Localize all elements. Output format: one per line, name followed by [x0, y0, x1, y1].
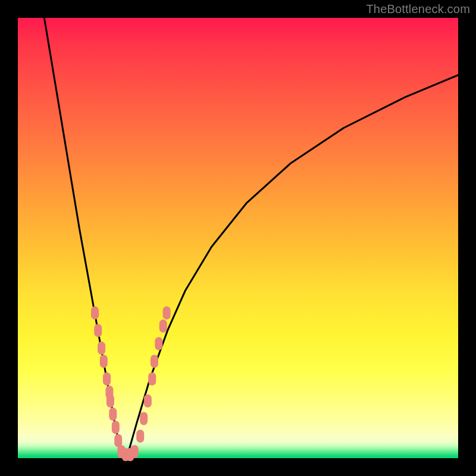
- datapoint-marker: [109, 408, 117, 421]
- datapoint-marker: [159, 320, 167, 333]
- chart-stage: TheBottleneck.com: [0, 0, 476, 476]
- datapoint-marker: [163, 306, 171, 320]
- datapoint-marker: [131, 445, 139, 458]
- datapoint-marker: [140, 412, 148, 425]
- datapoint-marker: [155, 337, 162, 350]
- datapoint-marker: [144, 394, 152, 408]
- datapoint-marker: [107, 394, 114, 408]
- datapoint-marker: [148, 372, 156, 386]
- datapoint-marker: [112, 421, 120, 434]
- datapoint-marker: [136, 430, 144, 443]
- datapoint-marker: [98, 342, 105, 355]
- chart-overlay: [0, 0, 476, 476]
- datapoint-marker: [91, 306, 99, 320]
- datapoint-marker: [94, 324, 102, 337]
- datapoint-marker: [103, 372, 111, 386]
- datapoint-marker: [100, 355, 108, 368]
- datapoint-marker: [151, 355, 158, 368]
- markers-layer: [91, 306, 171, 461]
- curve-right-branch: [128, 75, 458, 453]
